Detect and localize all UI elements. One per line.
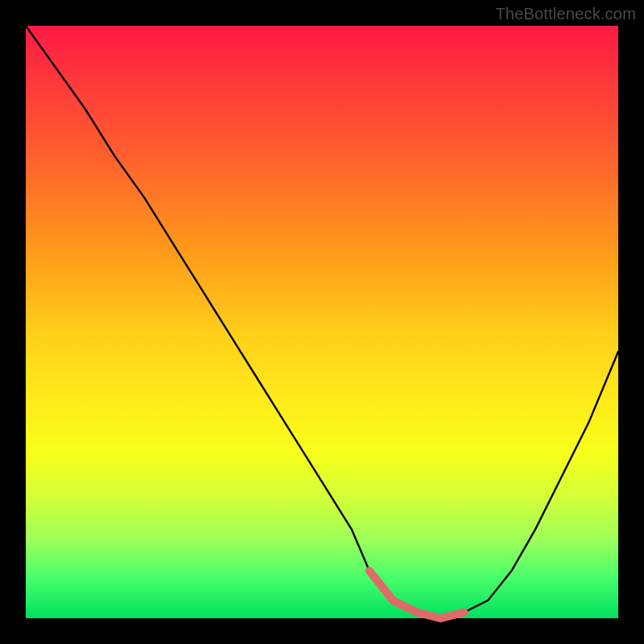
gradient-plot-area [26,26,618,618]
curve-layer [26,26,618,618]
chart-frame: TheBottleneck.com [0,0,644,644]
bottleneck-curve [26,26,618,618]
watermark-text: TheBottleneck.com [495,5,636,23]
highlight-segment [369,571,464,618]
